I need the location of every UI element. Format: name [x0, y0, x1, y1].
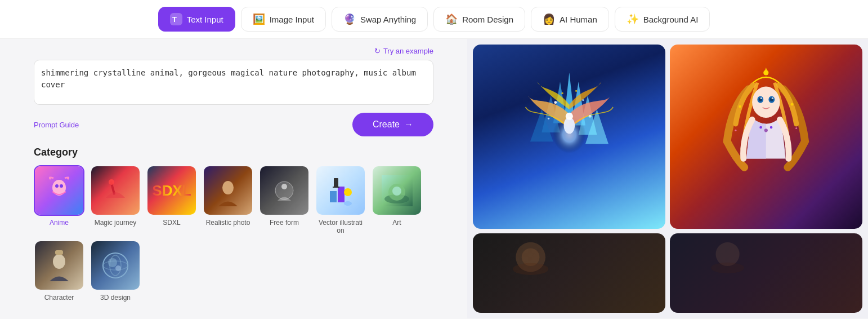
category-anime-label: Anime — [50, 219, 69, 227]
svg-point-53 — [764, 129, 768, 132]
svg-point-64 — [711, 263, 744, 273]
svg-point-52 — [772, 98, 773, 99]
category-free-form[interactable]: Free form — [259, 165, 310, 234]
category-character-label: Character — [44, 294, 74, 302]
svg-point-13 — [344, 201, 352, 206]
svg-point-56 — [739, 105, 741, 108]
category-sdxl-label: SDXL — [163, 219, 180, 227]
category-magic-journey-thumb — [90, 165, 141, 216]
category-realistic-photo[interactable]: Realistic photo — [203, 165, 253, 234]
svg-point-41 — [588, 114, 591, 117]
create-button[interactable]: Create → — [352, 113, 433, 136]
nav-text-input[interactable]: T Text Input — [158, 7, 235, 32]
category-sdxl-thumb: SDXL — [146, 165, 197, 216]
main-layout: ↻ Try an example shimmering crystalline … — [0, 39, 868, 318]
svg-point-51 — [760, 98, 762, 99]
svg-rect-14 — [334, 178, 338, 187]
left-panel: ↻ Try an example shimmering crystalline … — [0, 39, 467, 318]
vector-preview-icon — [325, 175, 356, 206]
anime-preview-icon — [42, 174, 76, 207]
dark2-image — [670, 233, 862, 313]
svg-point-9 — [281, 184, 287, 189]
svg-marker-45 — [764, 67, 768, 72]
category-sdxl[interactable]: SDXL SDXL — [146, 165, 197, 234]
category-magic-journey-label: Magic journey — [95, 219, 137, 227]
art-preview-icon — [382, 175, 413, 206]
category-realistic-photo-thumb — [203, 165, 253, 216]
category-realistic-photo-label: Realistic photo — [206, 219, 250, 227]
phoenix-image — [473, 45, 665, 229]
svg-point-46 — [752, 86, 780, 117]
category-magic-journey[interactable]: Magic journey — [90, 165, 141, 234]
category-vector-illustration-label: Vector illustration — [319, 219, 363, 234]
svg-point-7 — [222, 181, 234, 194]
right-panel — [467, 39, 868, 318]
svg-rect-15 — [333, 187, 339, 188]
nav-room-design[interactable]: 🏠 Room Design — [433, 7, 525, 32]
svg-point-12 — [344, 188, 352, 196]
category-vector-illustration[interactable]: Vector illustration — [315, 165, 366, 234]
category-free-form-label: Free form — [270, 219, 299, 227]
svg-point-55 — [770, 126, 773, 129]
svg-point-62 — [513, 263, 548, 275]
category-free-form-thumb — [259, 165, 310, 216]
gallery-image-dark1[interactable] — [473, 233, 665, 313]
realistic-preview-icon — [213, 175, 244, 206]
svg-point-57 — [791, 103, 794, 106]
svg-point-38 — [554, 101, 557, 104]
refresh-icon: ↻ — [374, 47, 381, 55]
svg-point-59 — [795, 127, 797, 129]
category-anime[interactable]: Anime — [34, 165, 84, 234]
prompt-guide-button[interactable]: Prompt Guide — [34, 121, 79, 129]
svg-point-54 — [759, 126, 762, 129]
category-art[interactable]: Art — [372, 165, 422, 234]
text-input-icon: T — [170, 13, 182, 25]
prompt-input[interactable]: shimmering crystalline animal, gorgeous … — [34, 60, 433, 105]
category-3d-design[interactable]: 3D design — [90, 240, 141, 302]
dark1-svg — [473, 233, 588, 281]
dark2-svg — [670, 233, 785, 281]
nav-background-ai[interactable]: ✨ Background AI — [615, 7, 710, 32]
character-preview-icon — [44, 250, 75, 281]
gallery-image-phoenix[interactable] — [473, 45, 665, 229]
try-example-button[interactable]: ↻ Try an example — [374, 47, 433, 55]
nav-image-input[interactable]: 🖼️ Image Input — [241, 7, 326, 32]
svg-rect-21 — [55, 250, 63, 255]
svg-point-43 — [575, 90, 577, 91]
nav-ai-human[interactable]: 👩 AI Human — [531, 7, 609, 32]
nav-swap-anything[interactable]: 🔮 Swap Anything — [332, 7, 428, 32]
top-navigation: T Text Input 🖼️ Image Input 🔮 Swap Anyth… — [0, 0, 868, 39]
dark1-image — [473, 233, 665, 313]
category-character[interactable]: Character — [34, 240, 84, 302]
magic-preview-icon — [100, 175, 131, 206]
category-grid: Anime Magic journey — [34, 165, 433, 302]
try-example-row: ↻ Try an example — [34, 47, 433, 55]
svg-point-4 — [60, 184, 63, 188]
category-3d-design-thumb — [90, 240, 141, 291]
anime-girl-image — [670, 45, 862, 229]
svg-rect-11 — [338, 187, 344, 202]
prompt-actions: Prompt Guide Create → — [34, 113, 433, 136]
swap-anything-icon: 🔮 — [343, 13, 356, 25]
category-title: Category — [34, 147, 433, 158]
svg-point-19 — [392, 187, 401, 196]
category-anime-thumb — [34, 165, 84, 216]
image-input-icon: 🖼️ — [253, 13, 265, 25]
gallery-image-anime-girl[interactable] — [670, 45, 862, 229]
svg-text:T: T — [172, 15, 177, 24]
category-art-thumb — [372, 165, 422, 216]
svg-point-40 — [548, 117, 549, 119]
svg-point-20 — [53, 254, 65, 269]
svg-rect-10 — [330, 191, 337, 202]
svg-point-3 — [55, 184, 59, 188]
freeform-preview-icon — [269, 175, 300, 206]
category-vector-illustration-thumb — [315, 165, 366, 216]
gallery-image-dark2[interactable] — [670, 233, 862, 313]
phoenix-svg — [487, 59, 651, 215]
arrow-right-icon: → — [404, 119, 413, 130]
svg-point-37 — [565, 112, 572, 119]
background-ai-icon: ✨ — [627, 13, 639, 25]
anime-girl-svg — [689, 63, 843, 211]
category-character-thumb — [34, 240, 84, 291]
svg-point-58 — [735, 130, 737, 131]
